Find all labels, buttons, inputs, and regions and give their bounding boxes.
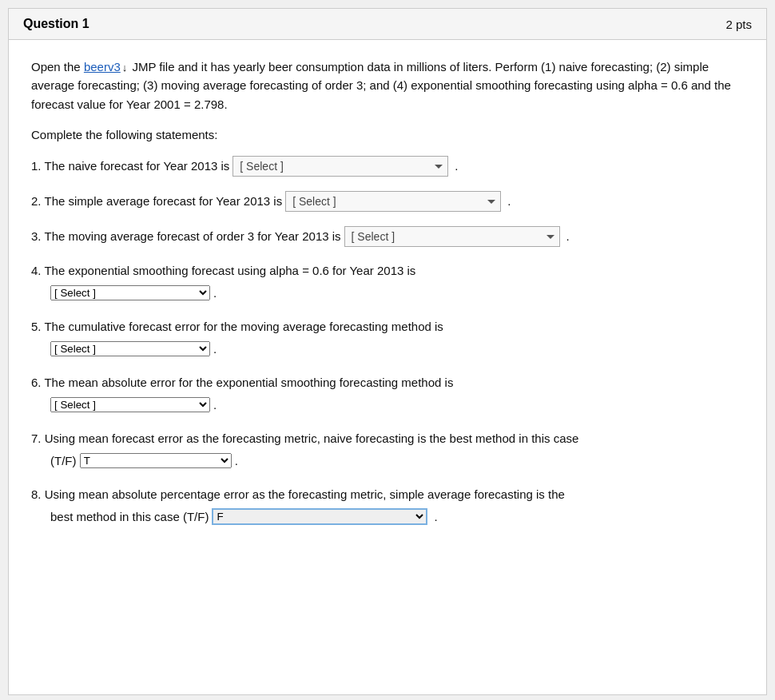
q3-select[interactable]: [ Select ]	[344, 226, 560, 247]
q4-sub: [ Select ] .	[50, 284, 744, 303]
q8-sub: best method in this case (T/F) T F .	[50, 507, 744, 527]
q2-select-wrapper: [ Select ]	[285, 191, 501, 212]
complete-statement: Complete the following statements:	[31, 128, 744, 141]
q8-text-cont: best method in this case (T/F)	[50, 507, 209, 527]
q7-dot: .	[235, 451, 238, 471]
intro-text-part1: Open the	[31, 60, 84, 74]
q8-dot: .	[434, 507, 437, 527]
card-header: Question 1 2 pts	[9, 9, 766, 40]
q6-text: The mean absolute error for the exponent…	[44, 376, 453, 389]
q5-select[interactable]: [ Select ]	[50, 341, 210, 356]
q4-select[interactable]: [ Select ]	[50, 285, 210, 300]
q8-number: 8.	[31, 487, 42, 501]
q2-number: 2.	[31, 192, 42, 211]
list-item: 4. The exponential smoothing forecast us…	[31, 261, 744, 303]
pts-label: 2 pts	[725, 18, 752, 31]
q1-row: 1. The naive forecast for Year 2013 is […	[31, 156, 744, 177]
beerv3-link[interactable]: beerv3	[84, 60, 121, 74]
q2-row: 2. The simple average forecast for Year …	[31, 191, 744, 212]
q4-text: The exponential smoothing forecast using…	[44, 264, 415, 277]
q7-number: 7.	[31, 432, 42, 445]
question-list: 1. The naive forecast for Year 2013 is […	[31, 156, 744, 527]
q6-number: 6.	[31, 376, 42, 389]
list-item: 3. The moving average forecast of order …	[31, 226, 744, 247]
q7-sub: (T/F) T F .	[50, 451, 744, 471]
list-item: 6. The mean absolute error for the expon…	[31, 373, 744, 415]
q1-select-wrapper: [ Select ]	[232, 156, 448, 177]
list-item: 8. Using mean absolute percentage error …	[31, 485, 744, 527]
list-item: 7. Using mean forecast error as the fore…	[31, 429, 744, 471]
q5-text: The cumulative forecast error for the mo…	[44, 320, 443, 333]
intro-paragraph: Open the beerv3 ↓ JMP file and it has ye…	[31, 58, 744, 113]
question-card: Question 1 2 pts Open the beerv3 ↓ JMP f…	[8, 8, 767, 695]
q3-row: 3. The moving average forecast of order …	[31, 226, 744, 247]
q2-dot: .	[507, 192, 511, 211]
q6-dot: .	[213, 396, 217, 415]
download-icon: ↓	[122, 60, 128, 76]
q1-number: 1.	[31, 157, 42, 176]
list-item: 1. The naive forecast for Year 2013 is […	[31, 156, 744, 177]
q1-select[interactable]: [ Select ]	[232, 156, 448, 177]
q6-sub: [ Select ] .	[50, 396, 744, 415]
q3-dot: .	[566, 227, 570, 246]
q5-number: 5.	[31, 320, 42, 333]
q4-dot: .	[213, 284, 217, 303]
q3-text: The moving average forecast of order 3 f…	[45, 227, 341, 246]
list-item: 5. The cumulative forecast error for the…	[31, 317, 744, 359]
q5-sub: [ Select ] .	[50, 340, 744, 359]
q8-text: Using mean absolute percentage error as …	[45, 487, 565, 501]
question-title: Question 1	[23, 17, 89, 31]
q3-select-wrapper: [ Select ]	[344, 226, 560, 247]
list-item: 2. The simple average forecast for Year …	[31, 191, 744, 212]
q4-number: 4.	[31, 264, 42, 277]
q2-text: The simple average forecast for Year 201…	[45, 192, 283, 211]
q5-dot: .	[213, 340, 217, 359]
q1-text: The naive forecast for Year 2013 is	[45, 157, 230, 176]
q7-text: Using mean forecast error as the forecas…	[45, 432, 579, 445]
q6-select[interactable]: [ Select ]	[50, 397, 210, 412]
q1-dot: .	[455, 157, 458, 176]
intro-text-part2: JMP file and it has yearly beer consumpt…	[31, 60, 731, 111]
q3-number: 3.	[31, 227, 42, 246]
q7-tf-prefix: (T/F)	[50, 451, 80, 471]
q2-select[interactable]: [ Select ]	[285, 191, 501, 212]
card-body: Open the beerv3 ↓ JMP file and it has ye…	[9, 40, 766, 563]
q8-select[interactable]: T F	[212, 508, 427, 525]
q7-select[interactable]: T F	[80, 453, 232, 468]
